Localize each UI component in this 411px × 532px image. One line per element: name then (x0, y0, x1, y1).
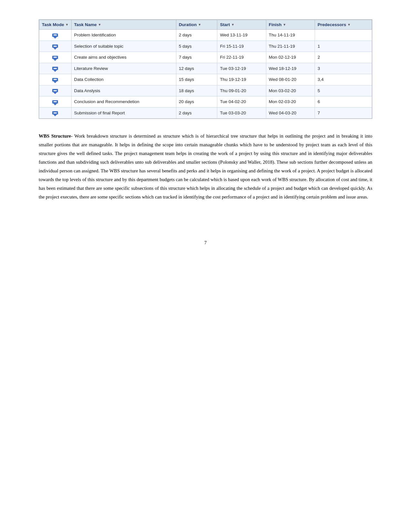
start-cell: Fri 22-11-19 (217, 52, 266, 63)
finish-cell: Mon 03-02-20 (266, 85, 315, 96)
duration-cell: 7 days (176, 52, 217, 63)
start-cell: Tue 04-02-20 (217, 96, 266, 108)
task-mode-cell (39, 52, 72, 63)
table-header-row: Task Mode ▼ Task Name ▼ Duration ▼ (39, 20, 372, 30)
sort-icon-finish[interactable]: ▼ (283, 23, 286, 26)
table-row: Selection of suitable topic5 daysFri 15-… (39, 41, 372, 52)
sort-icon-task-name[interactable]: ▼ (98, 23, 101, 26)
task-name-cell: Data Anslysis (71, 85, 176, 96)
predecessors-cell: 2 (315, 52, 372, 63)
task-mode-cell (39, 30, 72, 41)
sort-icon-predecessors[interactable]: ▼ (347, 23, 351, 26)
finish-cell: Mon 02-12-19 (266, 52, 315, 63)
page-number-value: 7 (204, 240, 207, 245)
task-mode-cell (39, 96, 72, 108)
task-mode-icon (52, 34, 58, 39)
col-header-start[interactable]: Start ▼ (217, 20, 266, 30)
wbs-bold-intro: WBS Structure (39, 133, 71, 139)
sort-icon-task-mode[interactable]: ▼ (65, 23, 69, 26)
task-mode-icon (52, 56, 58, 61)
start-cell: Thu 19-12-19 (217, 74, 266, 85)
col-header-duration[interactable]: Duration ▼ (176, 20, 217, 30)
task-mode-cell (39, 41, 72, 52)
duration-cell: 2 days (176, 30, 217, 41)
start-cell: Wed 13-11-19 (217, 30, 266, 41)
predecessors-cell: 3,4 (315, 74, 372, 85)
table-row: Create aims and objectives7 daysFri 22-1… (39, 52, 372, 63)
col-header-finish[interactable]: Finish ▼ (266, 20, 315, 30)
finish-cell: Mon 02-03-20 (266, 96, 315, 108)
duration-cell: 12 days (176, 63, 217, 74)
task-name-cell: Literature Review (71, 63, 176, 74)
finish-cell: Thu 21-11-19 (266, 41, 315, 52)
col-header-task-mode[interactable]: Task Mode ▼ (39, 20, 72, 30)
task-mode-icon (52, 44, 58, 50)
task-name-cell: Data Collection (71, 74, 176, 85)
task-mode-icon (52, 78, 58, 83)
start-cell: Fri 15-11-19 (217, 41, 266, 52)
table-row: Problem Identification2 daysWed 13-11-19… (39, 30, 372, 41)
task-mode-icon (52, 67, 58, 72)
duration-cell: 18 days (176, 85, 217, 96)
table-row: Literature Review12 daysTue 03-12-19Wed … (39, 63, 372, 74)
finish-cell: Wed 08-01-20 (266, 74, 315, 85)
col-label-start: Start (220, 22, 230, 27)
task-mode-cell (39, 63, 72, 74)
predecessors-cell: 1 (315, 41, 372, 52)
table-row: Submission of final Report2 daysTue 03-0… (39, 107, 372, 119)
wbs-text: - Work breakdown structure is determined… (39, 133, 372, 199)
col-header-task-name[interactable]: Task Name ▼ (71, 20, 176, 30)
task-mode-cell (39, 107, 72, 119)
table-row: Data Collection15 daysThu 19-12-19Wed 08… (39, 74, 372, 85)
col-label-predecessors: Predecessors (318, 22, 346, 27)
task-name-cell: Create aims and objectives (71, 52, 176, 63)
col-label-task-name: Task Name (74, 22, 97, 27)
task-mode-icon (52, 111, 58, 116)
finish-cell: Wed 04-03-20 (266, 107, 315, 119)
start-cell: Thu 09-01-20 (217, 85, 266, 96)
task-name-cell: Submission of final Report (71, 107, 176, 119)
predecessors-cell: 3 (315, 63, 372, 74)
task-name-cell: Selection of suitable topic (71, 41, 176, 52)
col-header-predecessors[interactable]: Predecessors ▼ (315, 20, 372, 30)
col-label-finish: Finish (269, 22, 282, 27)
page-number: 7 (39, 240, 372, 246)
col-label-duration: Duration (179, 22, 197, 27)
table-row: Conclusion and Recommendetion20 daysTue … (39, 96, 372, 108)
sort-icon-duration[interactable]: ▼ (198, 23, 201, 26)
start-cell: Tue 03-12-19 (217, 63, 266, 74)
finish-cell: Thu 14-11-19 (266, 30, 315, 41)
col-label-task-mode: Task Mode (42, 22, 64, 27)
gantt-table-wrapper: Task Mode ▼ Task Name ▼ Duration ▼ (39, 19, 372, 119)
predecessors-cell: 7 (315, 107, 372, 119)
task-name-cell: Problem Identification (71, 30, 176, 41)
predecessors-cell: 5 (315, 85, 372, 96)
task-name-cell: Conclusion and Recommendetion (71, 96, 176, 108)
finish-cell: Wed 18-12-19 (266, 63, 315, 74)
table-row: Data Anslysis18 daysThu 09-01-20Mon 03-0… (39, 85, 372, 96)
predecessors-cell: 6 (315, 96, 372, 108)
duration-cell: 20 days (176, 96, 217, 108)
task-mode-cell (39, 85, 72, 96)
start-cell: Tue 03-03-20 (217, 107, 266, 119)
duration-cell: 2 days (176, 107, 217, 119)
duration-cell: 5 days (176, 41, 217, 52)
task-mode-icon (52, 100, 58, 105)
task-mode-cell (39, 74, 72, 85)
gantt-table: Task Mode ▼ Task Name ▼ Duration ▼ (39, 20, 372, 119)
wbs-paragraph: WBS Structure- Work breakdown structure … (39, 132, 372, 201)
duration-cell: 15 days (176, 74, 217, 85)
predecessors-cell (315, 30, 372, 41)
sort-icon-start[interactable]: ▼ (231, 23, 234, 26)
task-mode-icon (52, 89, 58, 94)
